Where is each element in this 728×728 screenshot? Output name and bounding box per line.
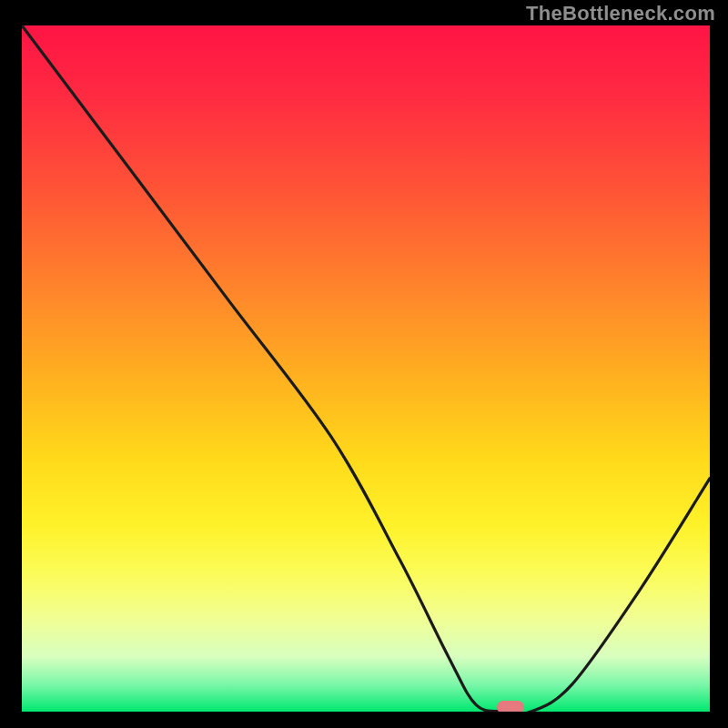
chart-frame: TheBottleneck.com [0, 0, 728, 728]
watermark-text: TheBottleneck.com [526, 2, 715, 25]
optimum-marker [497, 701, 524, 712]
plot-area [22, 25, 710, 712]
bottleneck-curve [22, 25, 710, 712]
